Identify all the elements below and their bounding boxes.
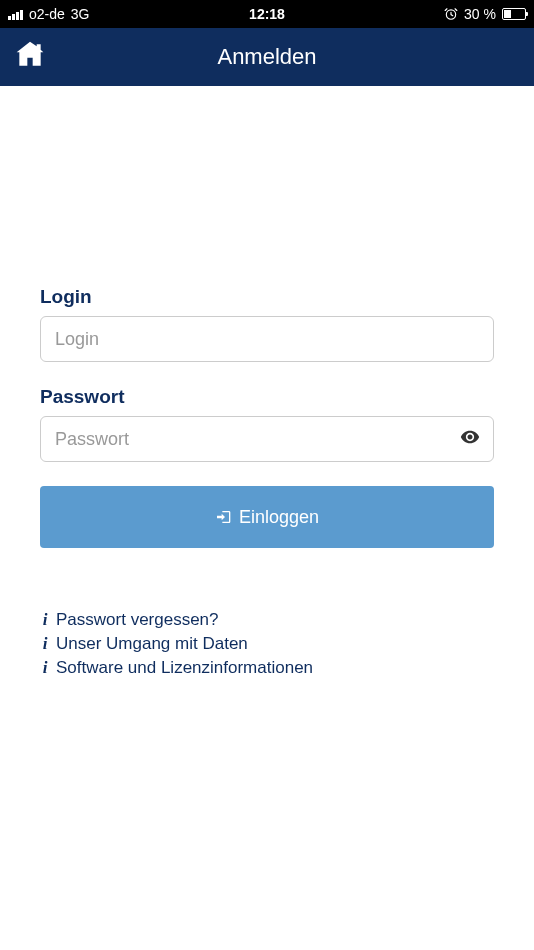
status-bar: o2-de 3G 12:18 30 % — [0, 0, 534, 28]
page-title: Anmelden — [217, 44, 316, 70]
login-input[interactable] — [40, 316, 494, 362]
license-info-label: Software und Lizenzinformationen — [56, 658, 313, 678]
password-label: Passwort — [40, 386, 494, 408]
network-label: 3G — [71, 6, 90, 22]
battery-label: 30 % — [464, 6, 496, 22]
login-form: Login Passwort Einloggen i Passwort verg… — [0, 86, 534, 678]
carrier-label: o2-de — [29, 6, 65, 22]
alarm-icon — [444, 7, 458, 21]
status-left: o2-de 3G — [8, 6, 90, 22]
password-input[interactable] — [40, 416, 494, 462]
status-right: 30 % — [444, 6, 526, 22]
signal-icon — [8, 8, 23, 20]
battery-icon — [502, 8, 526, 20]
forgot-password-link[interactable]: i Passwort vergessen? — [40, 610, 494, 630]
home-icon[interactable] — [14, 39, 46, 75]
login-arrow-icon — [215, 509, 231, 525]
data-handling-link[interactable]: i Unser Umgang mit Daten — [40, 634, 494, 654]
login-button-label: Einloggen — [239, 507, 319, 528]
info-icon: i — [40, 610, 50, 630]
app-header: Anmelden — [0, 28, 534, 86]
data-handling-label: Unser Umgang mit Daten — [56, 634, 248, 654]
time-label: 12:18 — [249, 6, 285, 22]
links-section: i Passwort vergessen? i Unser Umgang mit… — [40, 610, 494, 678]
info-icon: i — [40, 658, 50, 678]
login-label: Login — [40, 286, 494, 308]
info-icon: i — [40, 634, 50, 654]
license-info-link[interactable]: i Software und Lizenzinformationen — [40, 658, 494, 678]
login-button[interactable]: Einloggen — [40, 486, 494, 548]
forgot-password-label: Passwort vergessen? — [56, 610, 219, 630]
eye-icon[interactable] — [460, 427, 480, 451]
